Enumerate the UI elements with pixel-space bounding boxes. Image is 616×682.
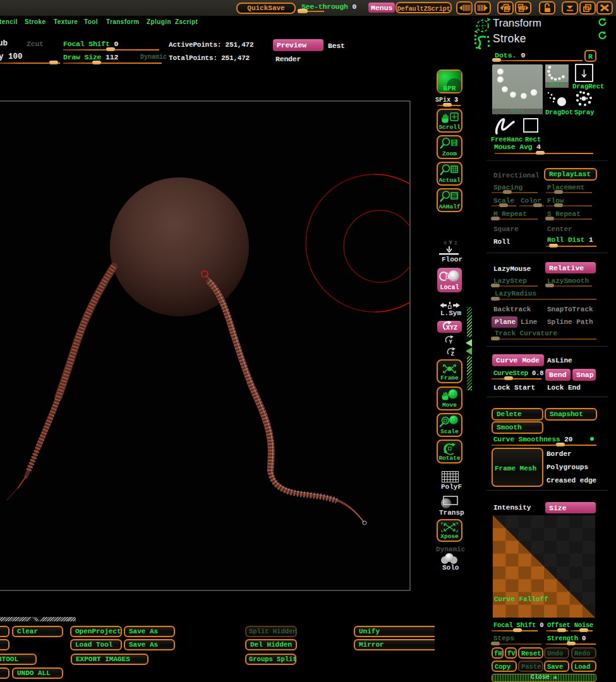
svg-text:Z: Z (451, 351, 454, 356)
svg-text:BPR: BPR (444, 85, 456, 92)
svg-text:Y: Y (449, 339, 453, 344)
svg-text:XYZ: XYZ (446, 325, 457, 332)
